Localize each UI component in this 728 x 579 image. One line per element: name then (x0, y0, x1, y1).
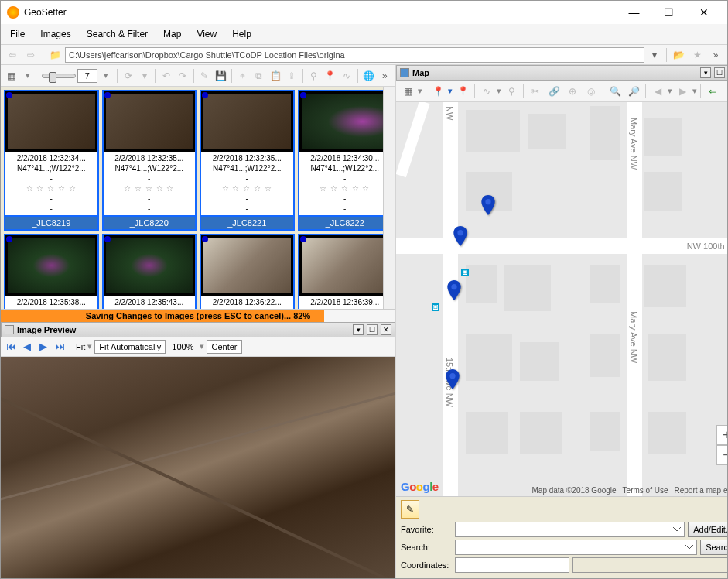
assign-marker-button[interactable]: 📍 (323, 67, 337, 84)
thumbnail-size-input[interactable] (77, 69, 97, 83)
track-button[interactable]: ∿ (478, 83, 495, 100)
view-mode-button[interactable]: ▦ (4, 67, 19, 84)
thumbnail-filename[interactable]: _JLC8219 (5, 217, 97, 229)
thumbnail-filename[interactable]: _JLC8222 (299, 217, 391, 229)
thumbnail-card[interactable]: 2/2/2018 12:34:30...N47°41...;W122°2...-… (298, 90, 393, 231)
addr-dropdown-button[interactable]: ▾ (646, 46, 663, 63)
edit-location-button[interactable]: ✎ (401, 500, 419, 519)
thumbnail-image[interactable] (201, 235, 293, 296)
show-on-map-button[interactable]: ⚲ (306, 67, 321, 84)
thumbnail-size-slider[interactable] (42, 74, 75, 78)
search-combo[interactable] (455, 540, 697, 555)
edit-data-button[interactable]: ✎ (197, 67, 212, 84)
map-marker[interactable] (481, 195, 495, 215)
map-overflow-button[interactable]: » (723, 83, 728, 100)
map-marker[interactable] (453, 226, 467, 246)
folder-up-button[interactable]: 📁 (46, 46, 63, 63)
undo-button[interactable]: ↶ (159, 67, 173, 84)
maximize-button[interactable]: ☐ (651, 1, 686, 24)
menu-file[interactable]: File (4, 26, 31, 43)
thumbnail-image[interactable] (5, 235, 97, 296)
toolbar-overflow-button[interactable]: » (707, 46, 724, 63)
map-mode-dropdown[interactable]: ▾ (418, 86, 422, 96)
map-zoom-out-button[interactable]: − (716, 445, 728, 465)
close-button[interactable]: ✕ (686, 1, 721, 24)
zoom-to-button[interactable]: ⚲ (503, 83, 520, 100)
marker-dropdown[interactable]: ▾ (448, 86, 453, 96)
open-folder-button[interactable]: 📂 (670, 46, 687, 63)
preview-menu-button[interactable]: ▾ (353, 324, 364, 335)
thumbnail-card[interactable]: 2/2/2018 12:32:35...N47°41...;W122°2...-… (200, 90, 295, 231)
thumbnail-card[interactable]: 2/2/2018 12:32:34...N47°41...;W122°2...-… (4, 90, 99, 231)
thumbnail-rating[interactable]: ☆ ☆ ☆ ☆ ☆ (105, 183, 194, 194)
tool-crosshair-button[interactable]: ⊕ (564, 83, 581, 100)
add-edit-button[interactable]: Add/Edit... (688, 522, 728, 537)
export-button[interactable]: ⇪ (285, 67, 299, 84)
marker-button[interactable]: 📍 (429, 83, 446, 100)
thumbnail-card[interactable]: 2/2/2018 12:36:22...N47°41...;W122°2...-… (200, 234, 295, 309)
map-maximize-button[interactable]: ☐ (714, 67, 725, 78)
thumbnail-filename[interactable]: _JLC8221 (201, 217, 293, 229)
tool-link-button[interactable]: 🔗 (545, 83, 562, 100)
zoom-combo[interactable]: 100% (168, 341, 197, 353)
preview-next-button[interactable]: ▶ (36, 340, 50, 354)
search-button[interactable]: Search (700, 540, 728, 555)
thumbnail-image[interactable] (201, 91, 293, 152)
paste-button[interactable]: 📋 (268, 67, 282, 84)
save-button[interactable]: 💾 (214, 67, 228, 84)
thumbnail-image[interactable] (104, 235, 196, 296)
toolbar-overflow-button[interactable]: » (378, 67, 392, 84)
map-mode-button[interactable]: ▦ (399, 83, 416, 100)
coordinates-input[interactable] (455, 557, 569, 573)
preview-maximize-button[interactable]: ☐ (367, 324, 378, 335)
menu-search-filter[interactable]: Search & Filter (80, 26, 154, 43)
back-dropdown[interactable]: ▾ (668, 86, 672, 96)
nav-back-button[interactable]: ⇦ (4, 46, 21, 63)
map-marker[interactable] (447, 280, 461, 300)
thumbnail-card[interactable]: 2/2/2018 12:32:35...N47°41...;W122°2...-… (102, 90, 197, 231)
tool-cut-button[interactable]: ✂ (527, 83, 544, 100)
thumbnail-rating[interactable]: ☆ ☆ ☆ ☆ ☆ (301, 183, 390, 194)
size-dropdown[interactable]: ▾ (99, 67, 114, 84)
map-zoom-in-button[interactable]: + (716, 425, 728, 445)
zoom-dropdown-icon[interactable]: ▾ (200, 341, 204, 351)
sync-gps-button[interactable]: ⌖ (235, 67, 250, 84)
history-fwd-button[interactable]: ▶ (674, 83, 691, 100)
address-input[interactable] (65, 47, 644, 63)
refresh-button[interactable]: ⟳ (121, 67, 135, 84)
zoom-in-button[interactable]: 🔍 (607, 83, 624, 100)
thumbnail-card[interactable]: 2/2/2018 12:35:38...N47°41...;W122°2...-… (4, 234, 99, 309)
map-canvas[interactable]: 15th Ave NW NW Mary Ave NW Mary Ave NW N… (396, 102, 728, 496)
thumbnail-image[interactable] (5, 91, 97, 152)
preview-last-button[interactable]: ⏭ (53, 340, 67, 354)
apply-button[interactable]: ⇐ (704, 83, 721, 100)
tracks-button[interactable]: ∿ (339, 67, 354, 84)
google-earth-button[interactable]: 🌐 (361, 67, 375, 84)
center-button[interactable]: Center (207, 340, 241, 354)
report-error-link[interactable]: Report a map error (675, 486, 728, 495)
fit-label[interactable]: Fit (76, 341, 85, 353)
refresh-dropdown[interactable]: ▾ (137, 67, 152, 84)
thumbnail-image[interactable] (299, 91, 391, 152)
thumbnail-image[interactable] (104, 91, 196, 152)
tool-target-button[interactable]: ◎ (583, 83, 600, 100)
menu-help[interactable]: Help (226, 26, 258, 43)
map-marker[interactable] (446, 369, 460, 389)
fit-mode-combo[interactable]: Fit Automatically (94, 340, 166, 354)
fit-dropdown-icon[interactable]: ▾ (87, 341, 92, 351)
view-mode-dropdown[interactable]: ▾ (20, 67, 35, 84)
preview-first-button[interactable]: ⏮ (4, 340, 18, 354)
redo-button[interactable]: ↷ (175, 67, 190, 84)
minimize-button[interactable]: — (617, 1, 651, 24)
nav-forward-button[interactable]: ⇨ (22, 46, 39, 63)
preview-image[interactable] (1, 357, 395, 579)
zoom-out-button[interactable]: 🔎 (625, 83, 642, 100)
thumbnail-rating[interactable]: ☆ ☆ ☆ ☆ ☆ (7, 183, 96, 194)
thumbnail-rating[interactable]: ☆ ☆ ☆ ☆ ☆ (203, 183, 292, 194)
marker-alt-button[interactable]: 📍 (454, 83, 471, 100)
terms-link[interactable]: Terms of Use (623, 486, 668, 495)
thumbnail-card[interactable]: 2/2/2018 12:35:43...N47°41...;W122°2...-… (102, 234, 197, 309)
thumbnail-scrollbar[interactable] (383, 87, 395, 309)
thumbnail-filename[interactable]: _JLC8220 (104, 217, 196, 229)
history-back-button[interactable]: ◀ (649, 83, 666, 100)
